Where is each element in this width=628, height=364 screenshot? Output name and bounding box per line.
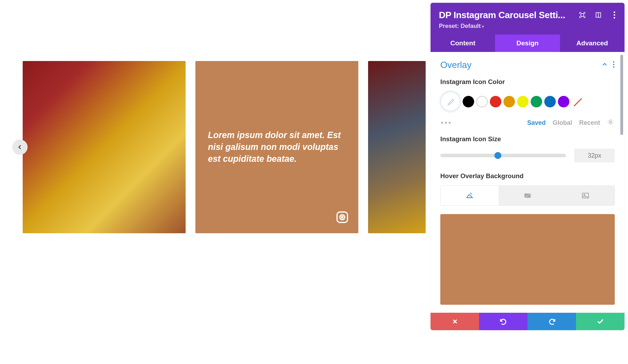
svg-point-10 [613,64,614,65]
color-swatch[interactable] [463,96,474,107]
color-swatch[interactable] [544,96,556,107]
color-swatch[interactable] [503,96,515,107]
carousel-prev-button[interactable] [12,139,28,155]
more-menu-icon[interactable] [611,11,618,19]
bg-tab-gradient[interactable] [499,186,556,205]
color-swatch[interactable] [558,96,569,107]
settings-panel: DP Instagram Carousel Setti... Preset: D… [431,3,625,330]
instagram-icon [335,210,349,224]
bg-tab-image[interactable] [556,186,614,205]
panel-body: Overlay Instagram Icon Color [431,52,625,330]
svg-point-12 [610,121,612,123]
tab-design[interactable]: Design [495,35,560,52]
preset-selector[interactable]: Preset: Default [439,23,616,30]
section-title[interactable]: Overlay [440,60,472,70]
swatch-tab-saved[interactable]: Saved [527,119,546,127]
background-type-tabs [440,185,615,206]
carousel-slide-overlay[interactable]: Lorem ipsum dolor sit amet. Est nisi gal… [195,61,358,233]
icon-size-slider[interactable] [440,154,566,157]
carousel-slide[interactable] [368,61,426,233]
columns-icon[interactable] [595,11,602,19]
color-swatch[interactable] [490,96,501,107]
undo-button[interactable] [479,313,528,330]
icon-color-swatches [440,91,615,112]
svg-rect-3 [581,14,584,16]
overlay-caption: Lorem ipsum dolor sit amet. Est nisi gal… [208,129,346,165]
svg-point-6 [614,12,615,13]
icon-size-input[interactable] [574,149,615,162]
swatch-tab-recent[interactable]: Recent [579,119,600,127]
svg-point-7 [614,14,615,16]
svg-point-8 [614,17,615,19]
tab-advanced[interactable]: Advanced [560,35,625,52]
slider-thumb[interactable] [494,152,501,159]
instagram-carousel: Lorem ipsum dolor sit amet. Est nisi gal… [23,61,426,233]
section-menu-icon[interactable] [613,61,615,69]
swatch-tab-global[interactable]: Global [553,119,572,127]
expand-icon[interactable] [578,11,586,19]
svg-point-11 [613,66,614,68]
save-button[interactable] [576,313,625,330]
hover-bg-label: Hover Overlay Background [440,172,615,180]
color-swatch[interactable] [531,96,542,107]
tab-content[interactable]: Content [431,35,495,52]
panel-tabs: Content Design Advanced [431,35,625,52]
color-picker-eyedropper[interactable] [440,91,461,112]
collapse-icon[interactable] [601,61,608,69]
icon-color-label: Instagram Icon Color [440,78,615,86]
cancel-button[interactable] [431,313,479,330]
icon-size-label: Instagram Icon Size [440,135,615,143]
more-colors-icon[interactable] [441,122,451,124]
action-bar [431,313,625,330]
svg-point-15 [584,195,585,196]
scrollbar[interactable] [620,55,623,135]
color-swatch-none[interactable] [571,96,583,107]
bg-tab-color[interactable] [441,186,499,205]
gear-icon[interactable] [607,119,614,127]
panel-header: DP Instagram Carousel Setti... Preset: D… [431,3,625,35]
svg-point-9 [613,61,614,62]
carousel-slide[interactable] [23,61,186,233]
redo-button[interactable] [528,313,576,330]
svg-point-2 [342,217,343,218]
hover-bg-preview[interactable] [440,214,615,305]
color-swatch[interactable] [476,96,488,107]
color-swatch[interactable] [517,96,529,107]
